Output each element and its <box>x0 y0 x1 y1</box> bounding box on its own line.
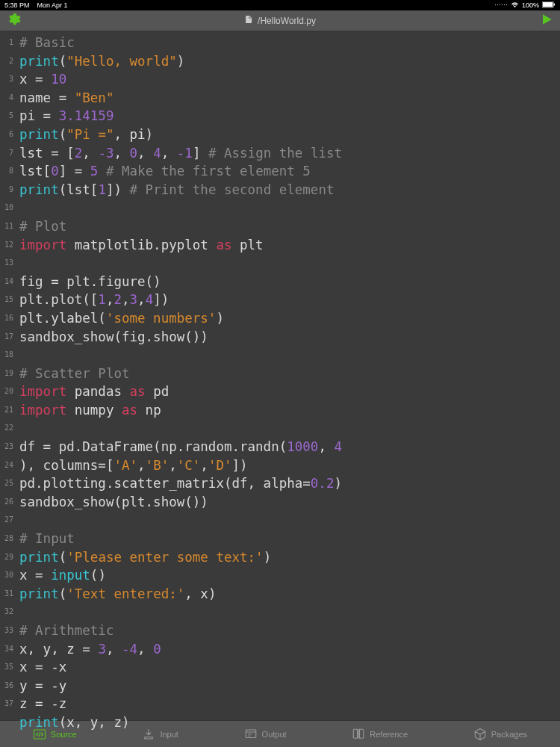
line-gutter: 1234567891011121314151617181920212223242… <box>0 31 16 720</box>
tab-source[interactable]: Source <box>33 728 77 741</box>
code-content[interactable]: # Basicprint("Hello, world")x = 10name =… <box>16 31 560 720</box>
tab-packages[interactable]: Packages <box>473 728 527 741</box>
file-icon <box>244 15 253 26</box>
tab-input[interactable]: Input <box>142 728 178 741</box>
status-date: Mon Apr 1 <box>37 1 68 9</box>
settings-gear-icon[interactable] <box>6 12 21 30</box>
battery-icon <box>542 1 556 10</box>
tab-packages-label: Packages <box>491 730 527 739</box>
signal-dots: ⋯⋯ <box>494 1 508 9</box>
status-right: ⋯⋯ 100% <box>494 1 556 10</box>
filename-label: /HelloWorld.py <box>258 16 316 26</box>
file-title: /HelloWorld.py <box>244 15 316 26</box>
tab-input-label: Input <box>160 730 178 739</box>
tab-output[interactable]: Output <box>244 728 287 741</box>
top-bar: /HelloWorld.py <box>0 10 560 31</box>
status-bar: 5:38 PM Mon Apr 1 ⋯⋯ 100% <box>0 0 560 10</box>
tab-reference[interactable]: Reference <box>352 728 408 741</box>
status-time: 5:38 PM <box>4 1 30 9</box>
svg-rect-1 <box>543 2 553 7</box>
status-left: 5:38 PM Mon Apr 1 <box>4 1 68 9</box>
tab-output-label: Output <box>262 730 287 739</box>
svg-rect-4 <box>246 730 256 738</box>
code-editor[interactable]: 1234567891011121314151617181920212223242… <box>0 31 560 720</box>
svg-rect-2 <box>554 3 556 5</box>
tab-reference-label: Reference <box>370 730 408 739</box>
battery-pct: 100% <box>522 1 539 9</box>
wifi-icon <box>511 1 519 10</box>
run-play-icon[interactable] <box>539 12 554 30</box>
tab-source-label: Source <box>51 730 77 739</box>
